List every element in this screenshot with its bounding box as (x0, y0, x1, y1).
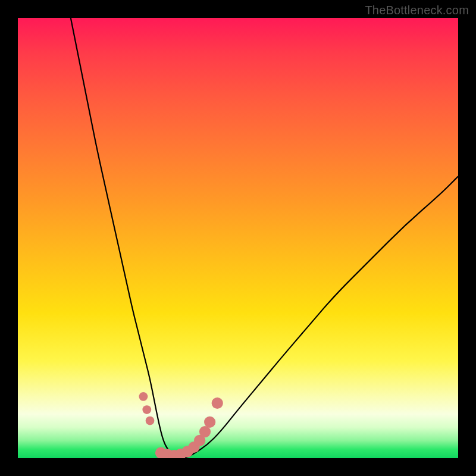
curve-marker (139, 392, 148, 401)
curve-marker (212, 397, 223, 409)
plot-area (18, 18, 458, 458)
chart-frame: TheBottleneck.com (0, 0, 476, 476)
watermark-text: TheBottleneck.com (365, 4, 469, 17)
curve-marker (142, 405, 151, 414)
bottleneck-curve (71, 18, 458, 458)
curve-markers (139, 392, 223, 458)
curve-svg (18, 18, 458, 458)
curve-marker (199, 426, 211, 437)
curve-marker (204, 416, 215, 428)
curve-marker (146, 416, 155, 425)
